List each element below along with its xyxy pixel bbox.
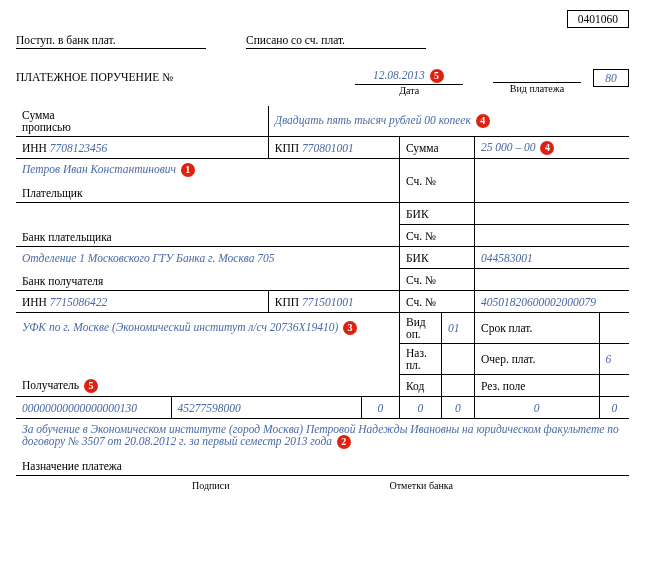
payer-acc-label: Сч. №	[399, 159, 474, 203]
recip-bank-label: Банк получателя	[16, 269, 399, 291]
payer-bank-label: Банк плательщика	[16, 225, 399, 247]
signatures-label: Подписи	[192, 480, 230, 491]
recip-bank-bik-value: 044583001	[474, 247, 629, 269]
code-4: 0	[399, 397, 441, 419]
recip-kpp-label: КПП	[275, 296, 299, 308]
badge-1: 1	[181, 163, 195, 177]
code-7: 0	[599, 397, 629, 419]
purpose-text: За обучение в Экономическом институте (г…	[22, 423, 619, 447]
badge-5b: 5	[84, 379, 98, 393]
recip-bank-bik-label: БИК	[399, 247, 474, 269]
written-off-label: Списано со сч. плат.	[246, 34, 426, 49]
badge-5a: 5	[430, 69, 444, 83]
sum-label: Сумма	[399, 137, 474, 159]
code-5: 0	[441, 397, 474, 419]
badge-4b: 4	[540, 141, 554, 155]
sum-value: 25 000 – 00	[481, 141, 536, 153]
code-3: 0	[361, 397, 399, 419]
badge-3: 3	[343, 321, 357, 335]
payer-inn-value: 7708123456	[50, 142, 108, 154]
badge-2: 2	[337, 435, 351, 449]
badge-4a: 4	[476, 114, 490, 128]
payer-kpp-label: КПП	[275, 142, 299, 154]
payer-inn-label: ИНН	[22, 142, 47, 154]
payment-type-label: Вид платежа	[493, 83, 581, 94]
payer-name: Петров Иван Константинович	[22, 163, 176, 175]
payment-order-table: Сумма прописью Двадцать пять тысяч рубле…	[16, 106, 629, 476]
recip-acc-label: Сч. №	[399, 291, 474, 313]
ocher-plat-label: Очер. плат.	[474, 344, 599, 375]
srok-plat-label: Срок плат.	[474, 313, 599, 344]
code-6: 0	[474, 397, 599, 419]
document-title: ПЛАТЕЖНОЕ ПОРУЧЕНИЕ №	[16, 69, 355, 83]
payer-bank-bik-label: БИК	[399, 203, 474, 225]
code-1: 00000000000000000130	[16, 397, 171, 419]
payer-kpp-value: 770801001	[302, 142, 354, 154]
payer-label: Плательщик	[16, 181, 399, 203]
ocher-plat-value: 6	[599, 344, 629, 375]
purpose-label: Назначение платежа	[16, 452, 629, 476]
code-2: 45277598000	[171, 397, 361, 419]
sum-words-label1: Сумма	[22, 109, 55, 121]
form-number-box: 0401060	[567, 10, 629, 28]
sum-words-label2: прописью	[22, 121, 71, 133]
recip-kpp-value: 771501001	[302, 296, 354, 308]
kod-label: Код	[399, 375, 441, 397]
bank-marks-label: Отметки банка	[390, 480, 453, 491]
date-value: 12.08.2013	[373, 69, 425, 81]
recipient-label: Получатель	[22, 379, 79, 391]
recip-acc-value: 40501820600002000079	[474, 291, 629, 313]
payment-type-value: 80	[593, 69, 629, 87]
received-bank-label: Поступ. в банк плат.	[16, 34, 206, 49]
rez-pole-label: Рез. поле	[474, 375, 599, 397]
naz-pl-label: Наз. пл.	[399, 344, 441, 375]
recip-inn-label: ИНН	[22, 296, 47, 308]
recip-bank-name: Отделение 1 Московского ГТУ Банка г. Мос…	[16, 247, 399, 269]
date-label: Дата	[355, 85, 463, 96]
recip-name: УФК по г. Москве (Экономический институт…	[22, 321, 338, 333]
recip-inn-value: 7715086422	[50, 296, 108, 308]
vid-op-value: 01	[441, 313, 474, 344]
sum-words-value: Двадцать пять тысяч рублей 00 копеек	[275, 114, 471, 126]
recip-bank-acc-label: Сч. №	[399, 269, 474, 291]
vid-op-label: Вид оп.	[399, 313, 441, 344]
payer-bank-acc-label: Сч. №	[399, 225, 474, 247]
